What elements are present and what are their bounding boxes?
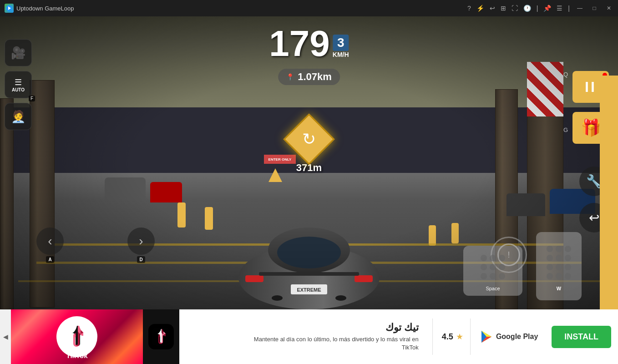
parked-car-left-2 <box>150 182 182 202</box>
q-key-area: Q <box>563 71 568 78</box>
app-title: Uptodown GameLoop <box>16 5 74 12</box>
refresh-icon[interactable]: ↩ <box>490 5 495 12</box>
waypoint-arrow-icon: ↻ <box>302 130 316 149</box>
window-controls: ? ⚡ ↩ ⊞ ⛶ 🕐 | 📌 ☰ | — □ ✕ <box>467 4 613 13</box>
camera-button[interactable]: 🎥 <box>5 39 32 66</box>
auto-lines-icon: ☰ <box>15 77 22 87</box>
svg-rect-4 <box>245 275 263 282</box>
bollard-4 <box>451 223 459 243</box>
star-icon: ★ <box>456 332 463 342</box>
ad-divider-1 <box>432 318 433 355</box>
app-logo-icon <box>5 4 14 13</box>
distance-value: 1.07km <box>298 71 332 83</box>
grid-icon[interactable]: ⊞ <box>501 5 506 12</box>
google-play-area: Google Play <box>473 330 545 344</box>
pin-icon[interactable]: 📌 <box>543 5 551 12</box>
left-chevron-icon: ‹ <box>48 234 52 248</box>
distance-display: 📍 1.07km <box>278 69 340 85</box>
gas-pedal-dots <box>542 241 576 284</box>
d-key-label: D <box>137 256 145 263</box>
svg-point-9 <box>272 295 283 301</box>
rating-value: 4.5 <box>442 332 453 342</box>
g-key-area: G <box>563 126 568 134</box>
pause-icon: II <box>585 79 597 96</box>
gas-pedal[interactable]: W <box>536 232 582 300</box>
speed-value: 179 <box>269 25 329 62</box>
svg-point-10 <box>335 295 346 301</box>
google-play-logo <box>480 330 493 344</box>
tiktok-name-label: TikTok <box>66 352 88 359</box>
fullscreen-icon[interactable]: ⛶ <box>512 5 518 12</box>
svg-rect-8 <box>259 272 359 276</box>
app-logo-area: Uptodown GameLoop <box>5 4 467 13</box>
parked-car-left-1 <box>105 177 146 200</box>
brake-pedal[interactable]: Space <box>463 246 522 296</box>
back-arrow-icon: ◀ <box>3 333 8 340</box>
brake-pedal-dots <box>476 250 510 284</box>
ad-background-art: TikTok <box>11 309 143 364</box>
ad-app-name: تيك توك <box>188 322 419 334</box>
f-key-badge: F <box>29 96 35 101</box>
ad-app-description: Mantente al día con lo último, lo más di… <box>188 335 419 352</box>
waypoint-indicator: ↻ 371m <box>291 121 327 174</box>
a-key-label: A <box>46 256 54 263</box>
svg-rect-5 <box>355 275 373 282</box>
ad-rating: 4.5 ★ <box>437 332 468 342</box>
maximize-button[interactable]: □ <box>590 4 599 13</box>
help-icon[interactable]: ? <box>467 5 471 12</box>
left-hud-panel: 🎥 ☰ AUTO F 🧑‍💼 <box>5 39 32 130</box>
yellow-post-right <box>600 76 618 309</box>
driver-button[interactable]: 🧑‍💼 <box>5 103 32 130</box>
close-button[interactable]: ✕ <box>604 4 613 13</box>
bollard-2 <box>205 207 213 230</box>
game-viewport: ENTER ONLY <box>0 16 618 309</box>
minimize-button[interactable]: — <box>575 4 584 13</box>
space-key-label: Space <box>486 286 500 291</box>
steer-right-button[interactable]: › D <box>127 228 155 255</box>
speed-display: 179 3 KM/H <box>269 25 349 62</box>
ad-banner: ◀ TikTok تيك توك Man <box>0 309 618 364</box>
left-arrow-btn[interactable]: ‹ A <box>36 228 64 255</box>
bollard-1 <box>177 202 186 228</box>
steer-left-button[interactable]: ‹ A <box>36 228 64 255</box>
camera-icon: 🎥 <box>11 46 25 60</box>
google-play-label: Google Play <box>496 333 538 341</box>
separator1: | <box>537 5 538 12</box>
auto-label: AUTO <box>12 87 25 92</box>
separator2: | <box>568 5 570 12</box>
ad-app-icon <box>148 324 174 349</box>
pillar-left-far <box>30 80 55 308</box>
ad-app-icon-area <box>143 309 179 364</box>
ad-divider-2 <box>470 318 471 355</box>
svg-point-11 <box>277 237 341 268</box>
clock-icon[interactable]: 🕐 <box>523 5 531 12</box>
gear-box: 3 KM/H <box>333 35 349 58</box>
w-key-label: W <box>557 286 561 291</box>
menu-lines-icon[interactable]: ☰ <box>557 5 562 12</box>
speed-unit: KM/H <box>333 51 349 58</box>
right-chevron-icon: › <box>139 234 143 248</box>
parked-car-right-2 <box>507 193 545 216</box>
svg-text:EXTREME: EXTREME <box>297 287 321 293</box>
auto-button[interactable]: ☰ AUTO F <box>5 71 32 98</box>
undo-icon: ↩ <box>589 210 599 225</box>
titlebar: Uptodown GameLoop ? ⚡ ↩ ⊞ ⛶ 🕐 | 📌 ☰ | — … <box>0 0 618 16</box>
gear-value: 3 <box>333 35 349 51</box>
pin-icon: 📍 <box>286 73 294 81</box>
install-button[interactable]: INSTALL <box>552 326 611 348</box>
ad-back-arrow[interactable]: ◀ <box>0 309 11 364</box>
player-car: EXTREME <box>232 205 386 309</box>
driver-icon: 🧑‍💼 <box>11 110 25 124</box>
g-key-label: G <box>563 126 568 133</box>
bollard-3 <box>429 225 436 246</box>
waypoint-diamond: ↻ <box>283 113 334 165</box>
bolt-icon[interactable]: ⚡ <box>476 5 484 12</box>
right-arrow-btn[interactable]: › D <box>127 228 155 255</box>
tiktok-circle-logo <box>56 316 97 357</box>
q-key-label: Q <box>563 71 568 78</box>
ad-text-content: تيك توك Mantente al día con lo último, l… <box>179 315 428 359</box>
gift-icon: 🎁 <box>581 118 601 137</box>
red-stripe-pillar <box>527 62 563 116</box>
